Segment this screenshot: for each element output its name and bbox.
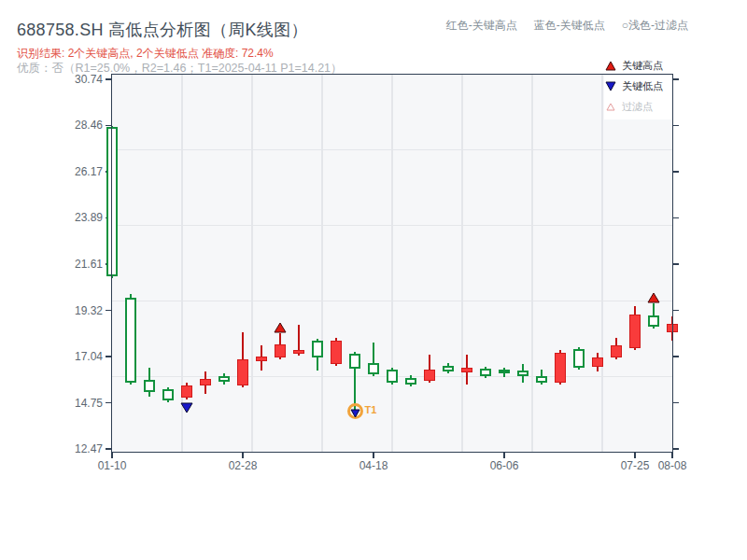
candle-body-week-2 — [144, 380, 155, 392]
candle-body-week-19 — [461, 368, 472, 372]
y-axis-label: 17.04 — [54, 349, 103, 364]
y-axis-tick — [106, 78, 111, 80]
candle-body-week-11 — [312, 341, 323, 357]
y-axis-label: 14.75 — [54, 396, 103, 411]
y-axis-label: 23.89 — [54, 210, 103, 225]
candle-body-week-10 — [293, 350, 304, 354]
y-axis-tick-right — [673, 263, 679, 265]
color-key-high: 红色-关键高点 — [446, 18, 517, 34]
color-key-filtered: ○浅色-过滤点 — [622, 18, 688, 34]
color-key-low: 蓝色-关键低点 — [534, 18, 605, 34]
y-axis-label: 28.46 — [54, 118, 103, 133]
candle-body-week-20 — [480, 369, 491, 376]
x-axis-tick — [503, 453, 505, 458]
candle-body-week-14 — [368, 363, 379, 374]
grid-line-horizontal — [112, 301, 672, 301]
legend-item-key-high: 关键高点 — [605, 59, 663, 72]
key-low-marker — [180, 400, 193, 417]
y-axis-tick-right — [673, 217, 679, 219]
grid-line-vertical — [601, 75, 602, 452]
legend-item-key-low: 关键低点 — [605, 79, 663, 92]
page: 688758.SH 高低点分析图（周K线图） 红色-关键高点 蓝色-关键低点 ○… — [0, 0, 747, 560]
x-axis-label: 04-18 — [349, 459, 398, 472]
candle-body-week-6 — [218, 376, 230, 382]
x-axis-label: 02-28 — [218, 459, 267, 472]
candle-body-week-3 — [162, 389, 174, 400]
y-axis-label: 30.74 — [54, 72, 103, 87]
y-axis-tick-right — [673, 356, 679, 357]
grid-line-vertical — [461, 75, 462, 452]
candle-body-week-17 — [424, 370, 435, 381]
candle-body-week-15 — [387, 370, 398, 383]
y-axis-tick — [106, 356, 111, 357]
candle-body-week-16 — [405, 378, 416, 385]
candle-body-week-8 — [256, 357, 267, 361]
candle-body-week-26 — [592, 357, 603, 367]
grid-line-vertical — [531, 75, 532, 452]
candle-body-week-9 — [275, 344, 286, 357]
x-axis-label: 06-06 — [480, 459, 529, 472]
grid-line-horizontal — [112, 149, 672, 150]
page-title: 688758.SH 高低点分析图（周K线图） — [17, 19, 308, 41]
candle-body-week-5 — [200, 379, 211, 385]
candle-body-week-12 — [331, 341, 342, 364]
candle-body-week-23 — [536, 376, 547, 383]
candle-body-week-4 — [181, 385, 192, 398]
y-axis-tick — [106, 402, 111, 404]
x-axis-label: 01-10 — [88, 459, 136, 472]
candle-body-week-13 — [349, 354, 360, 369]
x-axis-tick — [671, 453, 673, 458]
candle-body-week-1 — [125, 298, 136, 383]
y-axis-tick-right — [673, 402, 679, 404]
y-axis-tick-right — [673, 171, 679, 173]
legend-label-key-high: 关键高点 — [622, 59, 663, 73]
t1-key-low-marker — [350, 405, 360, 422]
candle-body-week-21 — [499, 370, 510, 373]
key-low-triangle-icon — [605, 81, 616, 91]
candle-body-week-0 — [106, 127, 118, 276]
legend-label-filtered: 过滤点 — [622, 100, 653, 114]
y-axis-tick-right — [673, 78, 679, 80]
grid-line-horizontal — [112, 225, 672, 226]
candle-body-week-7 — [237, 359, 248, 385]
filtered-triangle-icon — [605, 102, 616, 112]
y-axis-label: 12.47 — [54, 441, 103, 456]
candle-body-week-18 — [443, 366, 454, 371]
candle-body-week-24 — [555, 353, 566, 383]
y-axis-label: 21.61 — [54, 257, 103, 272]
legend-label-key-low: 关键低点 — [622, 79, 663, 93]
candle-body-week-28 — [629, 315, 641, 348]
x-axis-tick — [634, 453, 636, 458]
y-axis-tick — [106, 448, 111, 450]
y-axis-tick — [106, 310, 111, 312]
grid-line-vertical — [251, 75, 252, 452]
grid-line-vertical — [391, 75, 392, 452]
candle-body-week-27 — [611, 345, 622, 357]
candle-body-week-25 — [573, 349, 585, 368]
grid-line-vertical — [321, 75, 322, 452]
y-axis-tick-right — [673, 310, 679, 312]
key-high-marker — [647, 290, 660, 307]
x-axis-tick — [373, 453, 374, 458]
y-axis-tick-right — [673, 448, 679, 450]
key-high-triangle-icon — [605, 61, 616, 71]
candle-body-week-22 — [517, 371, 529, 376]
key-high-marker — [274, 320, 287, 337]
legend-item-filtered: 过滤点 — [605, 100, 653, 113]
t1-annotation-label: T1 — [365, 404, 377, 415]
x-axis-label: 08-08 — [648, 459, 697, 472]
color-key: 红色-关键高点 蓝色-关键低点 ○浅色-过滤点 — [430, 18, 688, 34]
candle-body-week-30 — [667, 324, 678, 332]
x-axis-tick — [242, 453, 244, 458]
recognition-result: 识别结果: 2个关键高点, 2个关键低点 准确度: 72.4% — [17, 46, 274, 62]
candle-body-week-29 — [648, 315, 659, 327]
x-axis-tick — [111, 453, 113, 458]
y-axis-tick-right — [673, 125, 679, 127]
candlestick-chart: T1 30.7428.4626.1723.8921.6119.3217.0414… — [112, 75, 672, 452]
y-axis-label: 26.17 — [54, 164, 103, 179]
y-axis-label: 19.32 — [54, 303, 103, 318]
